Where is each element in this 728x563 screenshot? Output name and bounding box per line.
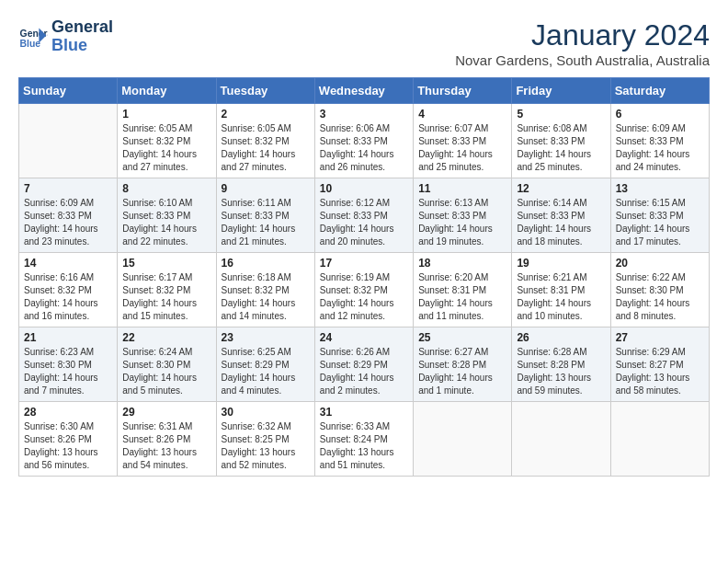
location-subtitle: Novar Gardens, South Australia, Australi… xyxy=(455,52,710,68)
day-number: 7 xyxy=(24,182,112,195)
calendar-header-row: SundayMondayTuesdayWednesdayThursdayFrid… xyxy=(19,78,710,104)
calendar-cell: 26Sunrise: 6:28 AM Sunset: 8:28 PM Dayli… xyxy=(512,327,610,402)
logo-icon: General Blue xyxy=(18,22,48,52)
calendar-cell: 3Sunrise: 6:06 AM Sunset: 8:33 PM Daylig… xyxy=(314,104,413,178)
day-info: Sunrise: 6:17 AM Sunset: 8:32 PM Dayligh… xyxy=(122,271,210,323)
column-header-thursday: Thursday xyxy=(414,78,512,104)
day-info: Sunrise: 6:25 AM Sunset: 8:29 PM Dayligh… xyxy=(222,346,310,397)
day-info: Sunrise: 6:19 AM Sunset: 8:32 PM Dayligh… xyxy=(320,271,408,323)
calendar-cell: 7Sunrise: 6:09 AM Sunset: 8:33 PM Daylig… xyxy=(19,178,118,253)
day-info: Sunrise: 6:26 AM Sunset: 8:29 PM Dayligh… xyxy=(320,346,408,397)
day-number: 8 xyxy=(122,182,210,195)
day-number: 5 xyxy=(517,108,605,121)
calendar-cell: 29Sunrise: 6:31 AM Sunset: 8:26 PM Dayli… xyxy=(118,402,216,477)
calendar-cell: 17Sunrise: 6:19 AM Sunset: 8:32 PM Dayli… xyxy=(314,253,413,327)
day-number: 13 xyxy=(616,182,704,195)
day-number: 29 xyxy=(122,406,210,419)
day-info: Sunrise: 6:11 AM Sunset: 8:33 PM Dayligh… xyxy=(222,197,310,248)
column-header-monday: Monday xyxy=(118,78,216,104)
day-number: 10 xyxy=(320,182,408,195)
day-number: 18 xyxy=(418,257,506,270)
calendar-cell: 18Sunrise: 6:20 AM Sunset: 8:31 PM Dayli… xyxy=(414,253,512,327)
day-number: 19 xyxy=(517,257,605,270)
day-number: 2 xyxy=(222,108,310,121)
day-number: 20 xyxy=(616,257,704,270)
day-info: Sunrise: 6:07 AM Sunset: 8:33 PM Dayligh… xyxy=(418,122,506,174)
day-number: 17 xyxy=(320,257,408,270)
calendar-cell: 13Sunrise: 6:15 AM Sunset: 8:33 PM Dayli… xyxy=(610,178,709,253)
calendar-week-row: 28Sunrise: 6:30 AM Sunset: 8:26 PM Dayli… xyxy=(19,402,710,477)
day-number: 11 xyxy=(418,182,506,195)
calendar-cell xyxy=(414,402,512,477)
calendar-cell: 20Sunrise: 6:22 AM Sunset: 8:30 PM Dayli… xyxy=(610,253,709,327)
day-info: Sunrise: 6:13 AM Sunset: 8:33 PM Dayligh… xyxy=(418,197,506,248)
day-info: Sunrise: 6:12 AM Sunset: 8:33 PM Dayligh… xyxy=(320,197,408,248)
day-info: Sunrise: 6:21 AM Sunset: 8:31 PM Dayligh… xyxy=(517,271,605,323)
calendar-cell: 21Sunrise: 6:23 AM Sunset: 8:30 PM Dayli… xyxy=(19,327,118,402)
day-info: Sunrise: 6:28 AM Sunset: 8:28 PM Dayligh… xyxy=(517,346,605,397)
calendar-cell xyxy=(512,402,610,477)
day-info: Sunrise: 6:06 AM Sunset: 8:33 PM Dayligh… xyxy=(320,122,408,174)
day-info: Sunrise: 6:32 AM Sunset: 8:25 PM Dayligh… xyxy=(222,420,310,472)
calendar-cell: 5Sunrise: 6:08 AM Sunset: 8:33 PM Daylig… xyxy=(512,104,610,178)
calendar-cell: 2Sunrise: 6:05 AM Sunset: 8:32 PM Daylig… xyxy=(216,104,314,178)
calendar-cell: 10Sunrise: 6:12 AM Sunset: 8:33 PM Dayli… xyxy=(314,178,413,253)
calendar-cell: 16Sunrise: 6:18 AM Sunset: 8:32 PM Dayli… xyxy=(216,253,314,327)
day-number: 1 xyxy=(122,108,210,121)
calendar-cell: 23Sunrise: 6:25 AM Sunset: 8:29 PM Dayli… xyxy=(216,327,314,402)
calendar-cell: 15Sunrise: 6:17 AM Sunset: 8:32 PM Dayli… xyxy=(118,253,216,327)
calendar-cell: 25Sunrise: 6:27 AM Sunset: 8:28 PM Dayli… xyxy=(414,327,512,402)
calendar-body: 1Sunrise: 6:05 AM Sunset: 8:32 PM Daylig… xyxy=(19,104,710,477)
calendar-week-row: 7Sunrise: 6:09 AM Sunset: 8:33 PM Daylig… xyxy=(19,178,710,253)
column-header-sunday: Sunday xyxy=(19,78,118,104)
calendar-cell: 27Sunrise: 6:29 AM Sunset: 8:27 PM Dayli… xyxy=(610,327,709,402)
day-number: 22 xyxy=(122,331,210,344)
day-info: Sunrise: 6:23 AM Sunset: 8:30 PM Dayligh… xyxy=(24,346,112,397)
day-info: Sunrise: 6:14 AM Sunset: 8:33 PM Dayligh… xyxy=(517,197,605,248)
calendar-table: SundayMondayTuesdayWednesdayThursdayFrid… xyxy=(18,77,710,477)
calendar-cell: 24Sunrise: 6:26 AM Sunset: 8:29 PM Dayli… xyxy=(314,327,413,402)
day-info: Sunrise: 6:27 AM Sunset: 8:28 PM Dayligh… xyxy=(418,346,506,397)
day-info: Sunrise: 6:31 AM Sunset: 8:26 PM Dayligh… xyxy=(122,420,210,472)
day-number: 27 xyxy=(616,331,704,344)
day-number: 31 xyxy=(320,406,408,419)
calendar-cell: 28Sunrise: 6:30 AM Sunset: 8:26 PM Dayli… xyxy=(19,402,118,477)
day-number: 3 xyxy=(320,108,408,121)
day-number: 21 xyxy=(24,331,112,344)
calendar-cell: 6Sunrise: 6:09 AM Sunset: 8:33 PM Daylig… xyxy=(610,104,709,178)
column-header-friday: Friday xyxy=(512,78,610,104)
calendar-cell: 22Sunrise: 6:24 AM Sunset: 8:30 PM Dayli… xyxy=(118,327,216,402)
day-number: 26 xyxy=(517,331,605,344)
calendar-cell xyxy=(610,402,709,477)
day-number: 9 xyxy=(222,182,310,195)
calendar-cell xyxy=(19,104,118,178)
calendar-cell: 19Sunrise: 6:21 AM Sunset: 8:31 PM Dayli… xyxy=(512,253,610,327)
calendar-cell: 12Sunrise: 6:14 AM Sunset: 8:33 PM Dayli… xyxy=(512,178,610,253)
day-info: Sunrise: 6:09 AM Sunset: 8:33 PM Dayligh… xyxy=(616,122,704,174)
day-info: Sunrise: 6:16 AM Sunset: 8:32 PM Dayligh… xyxy=(24,271,112,323)
day-number: 24 xyxy=(320,331,408,344)
day-info: Sunrise: 6:05 AM Sunset: 8:32 PM Dayligh… xyxy=(222,122,310,174)
day-number: 30 xyxy=(222,406,310,419)
month-title: January 2024 xyxy=(455,18,710,52)
day-number: 28 xyxy=(24,406,112,419)
day-number: 15 xyxy=(122,257,210,270)
day-info: Sunrise: 6:08 AM Sunset: 8:33 PM Dayligh… xyxy=(517,122,605,174)
day-number: 6 xyxy=(616,108,704,121)
day-info: Sunrise: 6:30 AM Sunset: 8:26 PM Dayligh… xyxy=(24,420,112,472)
day-info: Sunrise: 6:20 AM Sunset: 8:31 PM Dayligh… xyxy=(418,271,506,323)
day-number: 25 xyxy=(418,331,506,344)
calendar-cell: 4Sunrise: 6:07 AM Sunset: 8:33 PM Daylig… xyxy=(414,104,512,178)
calendar-week-row: 1Sunrise: 6:05 AM Sunset: 8:32 PM Daylig… xyxy=(19,104,710,178)
calendar-cell: 9Sunrise: 6:11 AM Sunset: 8:33 PM Daylig… xyxy=(216,178,314,253)
calendar-cell: 11Sunrise: 6:13 AM Sunset: 8:33 PM Dayli… xyxy=(414,178,512,253)
title-block: January 2024 Novar Gardens, South Austra… xyxy=(455,18,710,68)
calendar-cell: 30Sunrise: 6:32 AM Sunset: 8:25 PM Dayli… xyxy=(216,402,314,477)
day-info: Sunrise: 6:24 AM Sunset: 8:30 PM Dayligh… xyxy=(122,346,210,397)
logo: General Blue General Blue xyxy=(18,18,113,55)
calendar-week-row: 21Sunrise: 6:23 AM Sunset: 8:30 PM Dayli… xyxy=(19,327,710,402)
svg-text:Blue: Blue xyxy=(20,39,41,49)
calendar-cell: 14Sunrise: 6:16 AM Sunset: 8:32 PM Dayli… xyxy=(19,253,118,327)
logo-wordmark: General Blue xyxy=(51,18,113,55)
page-header: General Blue General Blue January 2024 N… xyxy=(18,18,710,68)
